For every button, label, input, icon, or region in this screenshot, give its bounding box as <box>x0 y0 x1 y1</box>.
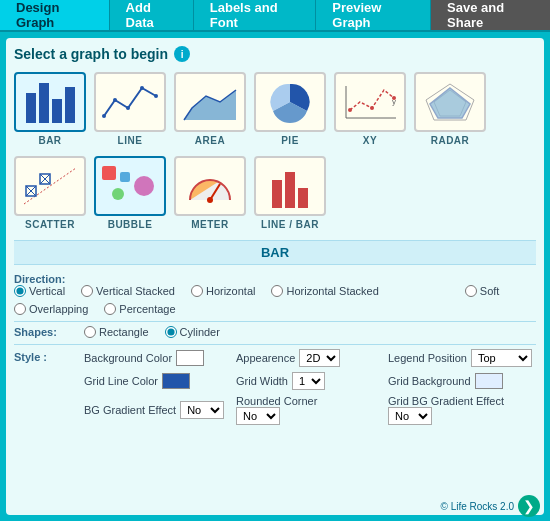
graph-type-pie[interactable]: PIE <box>254 72 326 146</box>
divider2 <box>14 344 536 345</box>
svg-point-25 <box>134 176 154 196</box>
graph-type-xy[interactable]: y XY <box>334 72 406 146</box>
graph-type-bar[interactable]: BAR <box>14 72 86 146</box>
appearance-select[interactable]: 2D3D <box>299 349 340 367</box>
divider1 <box>14 321 536 322</box>
grid-background-cell: Grid Background <box>388 372 536 390</box>
direction-vertical[interactable]: Vertical <box>14 285 65 297</box>
direction-options: Vertical Vertical Stacked Horizontal Hor… <box>14 285 536 315</box>
graph-type-area[interactable]: AREA <box>174 72 246 146</box>
svg-point-2 <box>126 106 130 110</box>
direction-horizontal-stacked[interactable]: Horizontal Stacked <box>271 285 378 297</box>
graph-thumb-xy[interactable]: y <box>334 72 406 132</box>
graph-thumb-bubble[interactable] <box>94 156 166 216</box>
graph-type-row2: SCATTER BUBBLE <box>14 156 536 230</box>
appearance-cell: Appearence 2D3D <box>236 349 384 367</box>
grid-line-color-cell: Grid Line Color <box>84 372 232 390</box>
graph-type-radar[interactable]: RADAR <box>414 72 486 146</box>
graph-thumb-linebar[interactable] <box>254 156 326 216</box>
rounded-corner-select[interactable]: NoYes <box>236 407 280 425</box>
graph-type-linebar[interactable]: LINE / BAR <box>254 156 326 230</box>
options-panel: Direction: Vertical Vertical Stacked Hor… <box>14 273 536 425</box>
style-label: Style : <box>14 349 84 363</box>
shapes-options: Rectangle Cylinder <box>84 326 220 338</box>
graph-thumb-pie[interactable] <box>254 72 326 132</box>
main-content: Select a graph to begin i BAR <box>6 38 544 515</box>
legend-position-cell: Legend Position TopBottomLeftRight <box>388 349 536 367</box>
grid-width-select[interactable]: 123 <box>292 372 325 390</box>
direction-row: Direction: Vertical Vertical Stacked Hor… <box>14 273 536 315</box>
grid-bg-gradient-cell: Grid BG Gradient Effect NoYes <box>388 395 536 425</box>
svg-point-10 <box>348 108 352 112</box>
graph-heading: Select a graph to begin i <box>14 46 536 62</box>
shape-rectangle[interactable]: Rectangle <box>84 326 149 338</box>
bg-gradient-select[interactable]: NoYes <box>180 401 224 419</box>
graph-thumb-line[interactable] <box>94 72 166 132</box>
svg-point-26 <box>112 188 124 200</box>
shape-cylinder[interactable]: Cylinder <box>165 326 220 338</box>
section-title-bar: BAR <box>14 240 536 265</box>
graph-thumb-bar[interactable] <box>14 72 86 132</box>
graph-type-bubble[interactable]: BUBBLE <box>94 156 166 230</box>
direction-label: Direction: <box>14 273 84 285</box>
tab-add-data[interactable]: Add Data <box>110 0 194 30</box>
direction-overlapping[interactable]: Overlapping <box>14 303 88 315</box>
graph-type-line[interactable]: LINE <box>94 72 166 146</box>
svg-rect-23 <box>102 166 116 180</box>
style-row: Style : Background Color Appearence 2D3D <box>14 349 536 425</box>
svg-point-0 <box>102 114 106 118</box>
grid-width-cell: Grid Width 123 <box>236 372 384 390</box>
rounded-corner-cell: Rounded Corner NoYes <box>236 395 384 425</box>
grid-bg-gradient-select[interactable]: NoYes <box>388 407 432 425</box>
graph-thumb-radar[interactable] <box>414 72 486 132</box>
svg-marker-5 <box>184 90 236 120</box>
svg-rect-24 <box>120 172 130 182</box>
tab-labels-font[interactable]: Labels and Font <box>194 0 317 30</box>
graph-thumb-scatter[interactable] <box>14 156 86 216</box>
graph-thumb-area[interactable] <box>174 72 246 132</box>
direction-percentage[interactable]: Percentage <box>104 303 175 315</box>
svg-point-4 <box>154 94 158 98</box>
svg-point-11 <box>370 106 374 110</box>
background-color-swatch[interactable] <box>176 350 204 366</box>
grid-background-swatch[interactable] <box>475 373 503 389</box>
direction-horizontal[interactable]: Horizontal <box>191 285 256 297</box>
direction-soft[interactable]: Soft <box>465 285 500 297</box>
graph-type-scatter[interactable]: SCATTER <box>14 156 86 230</box>
footer-arrow-button[interactable]: ❯ <box>518 495 540 517</box>
direction-vertical-stacked[interactable]: Vertical Stacked <box>81 285 175 297</box>
graph-type-meter[interactable]: METER <box>174 156 246 230</box>
tab-bar: Design Graph Add Data Labels and Font Pr… <box>0 0 550 32</box>
svg-point-1 <box>113 98 117 102</box>
svg-point-12 <box>392 96 396 100</box>
tab-preview-graph[interactable]: Preview Graph <box>316 0 431 30</box>
svg-marker-15 <box>430 88 470 118</box>
svg-point-28 <box>207 197 213 203</box>
shapes-row: Shapes: Rectangle Cylinder <box>14 326 536 338</box>
background-color-cell: Background Color <box>84 349 232 367</box>
graph-thumb-meter[interactable] <box>174 156 246 216</box>
footer: © Life Rocks 2.0 ❯ <box>440 495 540 517</box>
shapes-label: Shapes: <box>14 326 84 338</box>
grid-line-color-swatch[interactable] <box>162 373 190 389</box>
tab-save-share[interactable]: Save and Share <box>431 0 550 30</box>
info-icon[interactable]: i <box>174 46 190 62</box>
tab-design-graph[interactable]: Design Graph <box>0 0 110 30</box>
legend-position-select[interactable]: TopBottomLeftRight <box>471 349 532 367</box>
bg-gradient-cell: BG Gradient Effect NoYes <box>84 395 232 425</box>
graph-type-row1: BAR LINE <box>14 72 536 146</box>
svg-point-3 <box>140 86 144 90</box>
